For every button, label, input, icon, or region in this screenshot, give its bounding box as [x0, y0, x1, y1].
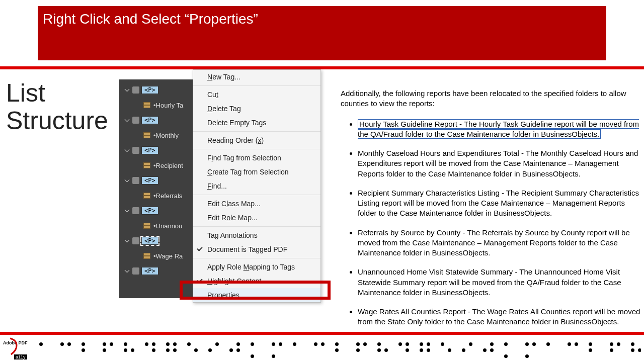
menu-cut[interactable]: Cut: [193, 87, 320, 102]
tag-icon: [132, 267, 139, 275]
tag-child[interactable]: • Wage Ra: [119, 248, 195, 263]
braille-decoration: [39, 338, 641, 358]
context-menu: New Tag... Cut Delete Tag Delete Empty T…: [193, 69, 321, 303]
selected-text: Hourly Task Guideline Report - The Hourl…: [358, 119, 639, 139]
chevron-down-icon: [124, 147, 130, 153]
document-preview: Additionally, the following reports have…: [336, 79, 644, 336]
menu-tag-annotations[interactable]: Tag Annotations: [193, 228, 320, 242]
content-icon: [143, 253, 150, 259]
slide-title: Right Click and Select “Properties”: [43, 11, 601, 27]
tag-row[interactable]: <P>: [119, 203, 195, 218]
p-tag: <P>: [141, 267, 158, 275]
menu-delete-tag[interactable]: Delete Tag: [193, 102, 320, 116]
menu-edit-class-map[interactable]: Edit Class Map...: [193, 197, 320, 211]
menu-edit-role-map[interactable]: Edit Role Map...: [193, 211, 320, 225]
tag-child-label: Hourly Ta: [156, 102, 184, 109]
menu-find-from-selection[interactable]: Find Tag from Selection: [193, 151, 320, 165]
menu-separator: [193, 258, 320, 258]
screenshot-tags-panel: <P> • Hourly Ta <P> • Monthly <P> • Reci…: [119, 79, 331, 336]
p-tag: <P>: [141, 86, 158, 94]
p-tag-selected: <P>: [141, 237, 158, 245]
p-tag: <P>: [141, 116, 158, 124]
tag-row[interactable]: <P>: [119, 143, 195, 158]
list-item: Wage Rates All Counties Report - The Wag…: [358, 307, 641, 327]
tag-icon: [132, 207, 139, 214]
tag-row[interactable]: <P>: [119, 173, 195, 188]
tag-child-label: Referrals: [156, 192, 183, 200]
menu-reading-order[interactable]: Reading Order (x): [193, 133, 320, 147]
tag-child-label: Wage Ra: [156, 252, 183, 260]
slide-footer: Adobe PDF a11y: [0, 332, 644, 362]
chevron-down-icon: [124, 177, 130, 184]
tag-child-label: Monthly: [156, 132, 179, 139]
menu-document-tagged[interactable]: Document is Tagged PDF: [193, 242, 320, 256]
chevron-down-icon: [124, 238, 130, 244]
content-icon: [143, 102, 150, 108]
chevron-down-icon: [124, 87, 130, 93]
tag-child-label: Unannou: [156, 222, 183, 230]
slide-title-banner: Right Click and Select “Properties”: [38, 6, 606, 60]
menu-apply-role-mapping[interactable]: Apply Role Mapping to Tags: [193, 260, 320, 274]
section-title-line1: List: [6, 79, 114, 107]
section-title-line2: Structure: [6, 107, 114, 135]
tag-icon: [132, 237, 139, 244]
menu-separator: [193, 85, 320, 86]
tag-child[interactable]: • Referrals: [119, 188, 195, 203]
tag-child[interactable]: • Recipient: [119, 158, 195, 173]
content-icon: [143, 132, 150, 138]
tag-row[interactable]: <P>: [119, 233, 195, 248]
menu-properties[interactable]: Properties...: [193, 288, 320, 302]
content-icon: [143, 162, 150, 168]
chevron-down-icon: [124, 117, 130, 123]
p-tag: <P>: [141, 176, 158, 185]
menu-separator: [193, 195, 320, 195]
chevron-down-icon: [124, 208, 130, 214]
tag-child[interactable]: • Monthly: [119, 128, 195, 143]
list-item: Monthly Caseload Hours and Expenditures …: [358, 148, 641, 179]
menu-separator: [193, 149, 320, 149]
list-item: Unannounced Home Visit Statewide Summary…: [358, 267, 641, 298]
tag-row[interactable]: <P>: [119, 113, 195, 128]
doc-bullet-list: Hourly Task Guideline Report - The Hourl…: [341, 119, 641, 327]
tag-icon: [132, 147, 139, 154]
tag-row[interactable]: <P>: [119, 82, 195, 98]
tag-icon: [132, 117, 139, 124]
tag-child[interactable]: • Unannou: [119, 218, 195, 233]
adobe-a11y-logo: Adobe PDF a11y: [3, 337, 29, 359]
tags-tree: <P> • Hourly Ta <P> • Monthly <P> • Reci…: [119, 79, 195, 298]
menu-find[interactable]: Find...: [193, 179, 320, 193]
tag-icon: [132, 86, 139, 94]
tag-child-label: Recipient: [156, 162, 183, 169]
tag-icon: [132, 177, 139, 184]
p-tag: <P>: [141, 207, 158, 215]
tag-row[interactable]: <P>: [119, 263, 195, 279]
p-tag: <P>: [141, 146, 158, 154]
content-icon: [143, 193, 150, 199]
logo-text-bottom: a11y: [14, 354, 27, 359]
menu-separator: [193, 226, 320, 227]
tag-child[interactable]: • Hourly Ta: [119, 98, 195, 113]
menu-highlight-content[interactable]: Highlight Content: [193, 274, 320, 288]
menu-create-from-selection[interactable]: Create Tag from Selection: [193, 165, 320, 179]
doc-intro: Additionally, the following reports have…: [341, 88, 641, 109]
chevron-down-icon: [124, 268, 130, 274]
menu-separator: [193, 131, 320, 132]
menu-new-tag[interactable]: New Tag...: [193, 70, 320, 84]
logo-swoop-icon: [8, 337, 21, 355]
content-icon: [143, 223, 150, 229]
list-item: Recipient Summary Characteristics Listin…: [358, 188, 641, 219]
list-item: Referrals by Source by County - The Refe…: [358, 228, 641, 258]
main-content: List Structure <P> • Hourly Ta <P> • Mon…: [0, 69, 644, 336]
list-item: Hourly Task Guideline Report - The Hourl…: [358, 119, 641, 140]
menu-delete-empty[interactable]: Delete Empty Tags: [193, 116, 320, 130]
section-title: List Structure: [6, 79, 114, 336]
